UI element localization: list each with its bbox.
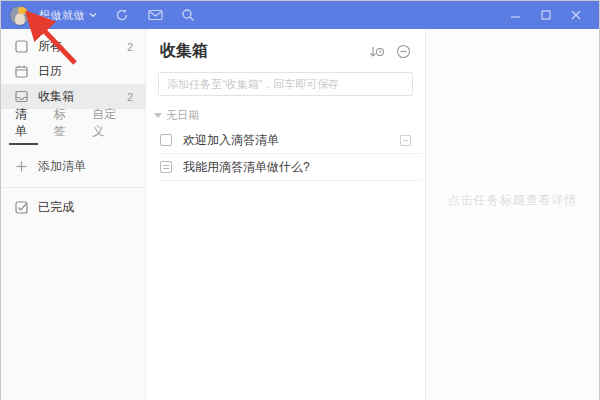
section-label: 无日期 (166, 108, 199, 123)
account-menu[interactable]: 想做就做 (39, 8, 97, 23)
note-lines-icon[interactable] (160, 161, 172, 173)
titlebar: 想做就做 (1, 1, 599, 29)
sidebar-item-label: 收集箱 (38, 88, 127, 105)
search-icon[interactable] (177, 6, 199, 24)
task-row[interactable]: 欢迎加入滴答清单 (160, 127, 423, 154)
sidebar-item-label: 所有 (38, 38, 127, 55)
completed-label: 已完成 (38, 199, 74, 216)
task-detail-panel: 点击任务标题查看详情 (426, 29, 599, 400)
add-list-button[interactable]: 添加清单 (1, 153, 145, 179)
add-list-label: 添加清单 (38, 158, 86, 175)
chevron-down-icon (89, 12, 97, 18)
titlebar-actions (111, 6, 199, 24)
tab-custom[interactable]: 自定义 (88, 106, 121, 145)
tab-lists[interactable]: 清单 (11, 106, 36, 145)
more-options-icon[interactable] (393, 44, 413, 60)
list-title: 收集箱 (160, 41, 361, 62)
minimize-icon[interactable] (501, 3, 531, 27)
app-window: 想做就做 (0, 0, 600, 400)
inbox-icon (15, 90, 28, 103)
item-count-badge: 2 (127, 91, 133, 103)
task-title[interactable]: 我能用滴答清单做什么? (183, 159, 411, 176)
sidebar-item-calendar[interactable]: 日历 (1, 59, 145, 84)
item-count-badge: 2 (127, 41, 133, 53)
sidebar-item-completed[interactable]: 已完成 (1, 194, 145, 220)
detail-placeholder-text: 点击任务标题查看详情 (448, 192, 578, 209)
window-controls (501, 3, 591, 27)
close-icon[interactable] (561, 3, 591, 27)
sort-by-date-icon[interactable] (367, 44, 387, 60)
user-avatar[interactable] (9, 5, 30, 26)
sidebar: 所有 2 日历 收集箱 2 清单 标签 自定义 (1, 29, 146, 400)
add-task-input[interactable] (158, 72, 413, 96)
completed-check-icon (15, 201, 28, 214)
section-no-date[interactable]: 无日期 (146, 96, 425, 127)
avatar-hat (18, 7, 27, 14)
tab-tags[interactable]: 标签 (50, 106, 75, 145)
maximize-icon[interactable] (531, 3, 561, 27)
app-body: 所有 2 日历 收集箱 2 清单 标签 自定义 (1, 29, 599, 400)
task-title[interactable]: 欢迎加入滴答清单 (183, 132, 400, 149)
plus-icon (15, 160, 28, 173)
task-checkbox[interactable] (160, 134, 172, 146)
avatar-face (15, 13, 25, 25)
sidebar-tabs: 清单 标签 自定义 (1, 123, 145, 145)
collapse-triangle-icon (154, 113, 162, 118)
task-list-panel: 收集箱 无日期 欢迎加入滴答清单 我能用滴答清单做什么? (146, 29, 426, 400)
all-tasks-icon (15, 40, 28, 53)
sidebar-item-label: 日历 (38, 63, 133, 80)
task-row[interactable]: 我能用滴答清单做什么? (160, 154, 423, 181)
sidebar-divider (1, 187, 145, 188)
username-label: 想做就做 (39, 8, 85, 23)
mail-icon[interactable] (144, 6, 166, 24)
note-indicator-icon (400, 135, 411, 146)
sidebar-item-all[interactable]: 所有 2 (1, 34, 145, 59)
calendar-icon (15, 65, 28, 78)
sync-icon[interactable] (111, 6, 133, 24)
list-header: 收集箱 (146, 29, 425, 70)
